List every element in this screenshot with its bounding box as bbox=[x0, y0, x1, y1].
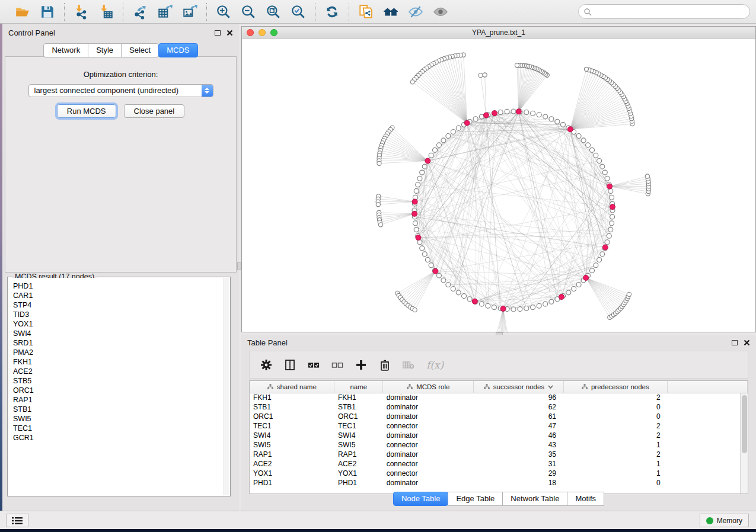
network-node[interactable] bbox=[531, 305, 535, 310]
cell[interactable]: STB1 bbox=[334, 402, 383, 412]
cell[interactable]: ACE2 bbox=[334, 459, 383, 469]
network-node[interactable] bbox=[549, 117, 554, 121]
network-node[interactable] bbox=[555, 119, 560, 124]
network-node[interactable] bbox=[377, 161, 381, 165]
zoom-out-button[interactable] bbox=[238, 2, 259, 21]
network-node[interactable] bbox=[561, 122, 566, 127]
save-session-button[interactable] bbox=[37, 2, 58, 21]
panel-divider-grip[interactable] bbox=[237, 262, 241, 270]
export-network-button[interactable] bbox=[129, 2, 151, 21]
network-node[interactable] bbox=[602, 170, 607, 175]
cell[interactable]: 2 bbox=[563, 393, 668, 402]
cell[interactable]: 43 bbox=[474, 440, 563, 450]
cell[interactable]: connector bbox=[383, 421, 474, 431]
tab-node-table[interactable]: Node Table bbox=[393, 492, 449, 506]
cell[interactable]: PHD1 bbox=[250, 478, 334, 488]
network-node[interactable] bbox=[467, 297, 472, 302]
mcds-result-item[interactable]: PHD1 bbox=[13, 281, 224, 291]
network-node[interactable] bbox=[422, 164, 427, 169]
cell[interactable] bbox=[668, 440, 748, 450]
cell[interactable]: FKH1 bbox=[250, 393, 334, 402]
import-table-button[interactable] bbox=[95, 2, 117, 21]
network-node[interactable] bbox=[472, 299, 477, 304]
cell[interactable]: dominator bbox=[383, 402, 474, 412]
network-node[interactable] bbox=[597, 258, 602, 262]
network-node[interactable] bbox=[483, 73, 487, 77]
network-node[interactable] bbox=[451, 130, 455, 134]
network-node[interactable] bbox=[537, 113, 541, 117]
network-node[interactable] bbox=[451, 286, 455, 291]
column-header-successor-nodes[interactable]: successor nodes bbox=[474, 381, 563, 393]
network-node[interactable] bbox=[420, 170, 425, 175]
delete-table-button[interactable] bbox=[403, 359, 414, 371]
network-node[interactable] bbox=[464, 120, 470, 126]
cell[interactable]: 62 bbox=[474, 402, 563, 412]
cell[interactable]: SWI5 bbox=[250, 440, 334, 450]
mcds-result-item[interactable]: SWI5 bbox=[13, 414, 224, 424]
network-node[interactable] bbox=[516, 109, 521, 114]
table-scrollbar-thumb[interactable] bbox=[742, 395, 747, 453]
mcds-result-item[interactable]: STB1 bbox=[13, 405, 224, 414]
network-node[interactable] bbox=[413, 221, 417, 226]
network-node[interactable] bbox=[414, 188, 419, 193]
network-node[interactable] bbox=[537, 303, 541, 308]
network-node[interactable] bbox=[543, 114, 548, 119]
network-node[interactable] bbox=[433, 268, 438, 274]
network-node[interactable] bbox=[589, 268, 594, 273]
close-panel-icon[interactable] bbox=[744, 339, 750, 346]
network-node[interactable] bbox=[486, 303, 490, 308]
column-header-MCDS-role[interactable]: MCDS role bbox=[383, 381, 474, 393]
network-window-titlebar[interactable]: YPA_prune.txt_1 bbox=[242, 27, 755, 39]
cell[interactable]: dominator bbox=[383, 450, 474, 459]
network-node[interactable] bbox=[610, 204, 615, 210]
network-node[interactable] bbox=[376, 203, 380, 207]
network-node[interactable] bbox=[416, 182, 420, 187]
network-node[interactable] bbox=[524, 306, 529, 311]
cell[interactable]: YOX1 bbox=[334, 469, 383, 478]
cell[interactable]: 61 bbox=[474, 412, 563, 421]
network-node[interactable] bbox=[600, 252, 605, 257]
cell[interactable]: 2 bbox=[563, 421, 668, 431]
mcds-result-item[interactable]: STP4 bbox=[13, 300, 224, 310]
network-node[interactable] bbox=[436, 143, 441, 148]
cell[interactable] bbox=[668, 459, 748, 469]
cell[interactable]: 2 bbox=[563, 450, 668, 459]
network-node[interactable] bbox=[378, 223, 382, 227]
table-row[interactable]: RAP1RAP1dominator352 bbox=[250, 450, 748, 459]
network-node[interactable] bbox=[584, 67, 588, 71]
network-node[interactable] bbox=[425, 158, 430, 164]
cell[interactable]: SWI4 bbox=[250, 431, 334, 440]
network-node[interactable] bbox=[441, 138, 446, 143]
cell[interactable]: FKH1 bbox=[334, 393, 383, 402]
cell[interactable]: SWI4 bbox=[334, 431, 383, 440]
network-node[interactable] bbox=[436, 273, 441, 278]
column-header-empty[interactable] bbox=[668, 381, 748, 393]
cell[interactable]: 96 bbox=[474, 393, 563, 402]
network-node[interactable] bbox=[422, 252, 427, 257]
mcds-result-item[interactable]: TID3 bbox=[13, 310, 224, 319]
cell[interactable] bbox=[668, 421, 748, 431]
network-node[interactable] bbox=[524, 110, 529, 114]
network-node[interactable] bbox=[446, 283, 451, 287]
mcds-result-item[interactable]: ACE2 bbox=[13, 367, 224, 376]
cell[interactable]: PHD1 bbox=[334, 478, 383, 488]
cell[interactable]: ACE2 bbox=[250, 459, 334, 469]
column-header-predecessor-nodes[interactable]: predecessor nodes bbox=[563, 381, 668, 393]
table-row[interactable]: PHD1PHD1dominator180 bbox=[250, 478, 748, 488]
mcds-result-item[interactable]: ORC1 bbox=[13, 386, 224, 395]
network-node[interactable] bbox=[559, 294, 564, 300]
network-node[interactable] bbox=[492, 111, 497, 116]
cell[interactable]: 0 bbox=[563, 402, 668, 412]
cell[interactable]: ORC1 bbox=[334, 412, 383, 421]
network-node[interactable] bbox=[412, 199, 417, 204]
network-node[interactable] bbox=[597, 159, 602, 164]
network-node[interactable] bbox=[600, 164, 605, 169]
table-row[interactable]: ORC1ORC1dominator610 bbox=[250, 412, 748, 421]
cell[interactable]: 46 bbox=[474, 431, 563, 440]
memory-button[interactable]: Memory bbox=[700, 514, 749, 527]
network-node[interactable] bbox=[425, 258, 430, 262]
table-row[interactable]: TEC1TEC1connector472 bbox=[250, 421, 748, 431]
tab-select[interactable]: Select bbox=[121, 43, 159, 57]
network-node[interactable] bbox=[610, 221, 614, 226]
network-node[interactable] bbox=[607, 184, 613, 189]
